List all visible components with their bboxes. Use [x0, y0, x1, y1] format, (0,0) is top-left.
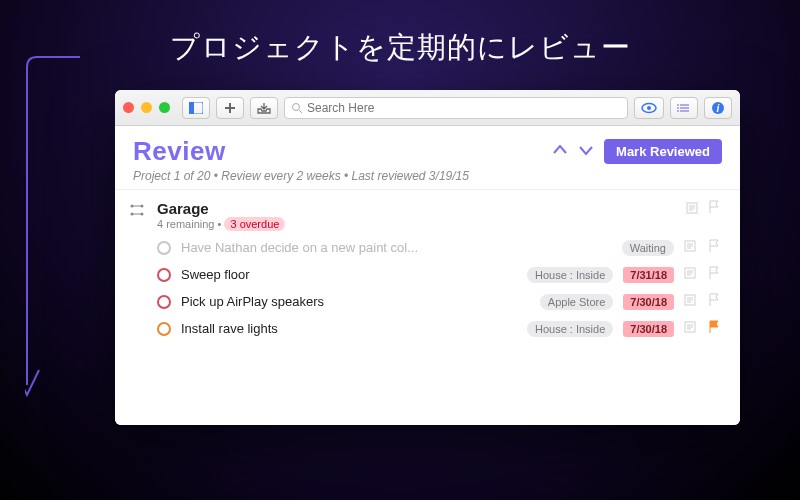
- task-title: Install rave lights: [181, 321, 517, 336]
- flag-icon[interactable]: [708, 293, 722, 310]
- minimize-icon[interactable]: [141, 102, 152, 113]
- note-icon[interactable]: [684, 321, 698, 336]
- task-row[interactable]: Install rave lightsHouse : Inside7/30/18: [115, 315, 740, 342]
- traffic-lights[interactable]: [123, 102, 170, 113]
- list-button[interactable]: [670, 97, 698, 119]
- task-row[interactable]: Pick up AirPlay speakersApple Store7/30/…: [115, 288, 740, 315]
- task-context-tag[interactable]: Apple Store: [540, 294, 613, 310]
- task-row[interactable]: Sweep floorHouse : Inside7/31/18: [115, 261, 740, 288]
- search-field[interactable]: [284, 97, 628, 119]
- project-subtitle: 4 remaining • 3 overdue: [157, 218, 686, 230]
- task-title: Pick up AirPlay speakers: [181, 294, 530, 309]
- review-subtitle: Project 1 of 20 • Review every 2 weeks •…: [133, 169, 722, 183]
- flag-icon[interactable]: [708, 200, 722, 218]
- task-due-badge: 7/30/18: [623, 294, 674, 310]
- svg-rect-1: [189, 102, 194, 114]
- zoom-icon[interactable]: [159, 102, 170, 113]
- add-button[interactable]: [216, 97, 244, 119]
- flag-icon[interactable]: [708, 239, 722, 256]
- search-icon: [291, 102, 303, 114]
- view-button[interactable]: [634, 97, 664, 119]
- task-status-circle[interactable]: [157, 295, 171, 309]
- task-context-tag[interactable]: House : Inside: [527, 321, 613, 337]
- search-input[interactable]: [307, 101, 621, 115]
- svg-point-4: [647, 106, 651, 110]
- task-due-badge: 7/31/18: [623, 267, 674, 283]
- svg-text:i: i: [717, 103, 720, 114]
- sidebar-toggle-button[interactable]: [182, 97, 210, 119]
- note-icon[interactable]: [684, 240, 698, 255]
- decor-arrow: [25, 55, 85, 405]
- inspector-button[interactable]: i: [704, 97, 732, 119]
- task-title: Have Nathan decide on a new paint col...: [181, 240, 612, 255]
- project-name: Garage: [157, 200, 686, 217]
- note-icon[interactable]: [686, 200, 700, 218]
- project-type-icon: [129, 202, 149, 222]
- svg-point-7: [677, 110, 679, 112]
- page-title: Review: [133, 136, 226, 167]
- prev-project-button[interactable]: [552, 143, 568, 161]
- task-title: Sweep floor: [181, 267, 517, 282]
- app-window: i Review Mark Reviewed Project 1 of 20 •…: [115, 90, 740, 425]
- task-status-circle[interactable]: [157, 322, 171, 336]
- inbox-button[interactable]: [250, 97, 278, 119]
- svg-point-5: [677, 104, 679, 106]
- next-project-button[interactable]: [578, 143, 594, 161]
- flag-icon[interactable]: [708, 266, 722, 283]
- task-status-circle[interactable]: [157, 268, 171, 282]
- mark-reviewed-button[interactable]: Mark Reviewed: [604, 139, 722, 164]
- project-header[interactable]: Garage 4 remaining • 3 overdue: [115, 189, 740, 234]
- window-toolbar: i: [115, 90, 740, 126]
- task-context-tag[interactable]: House : Inside: [527, 267, 613, 283]
- flag-icon[interactable]: [708, 320, 722, 337]
- svg-point-2: [293, 103, 300, 110]
- note-icon[interactable]: [684, 294, 698, 309]
- task-status-circle[interactable]: [157, 241, 171, 255]
- svg-point-6: [677, 107, 679, 109]
- task-due-badge: 7/30/18: [623, 321, 674, 337]
- project-list: Garage 4 remaining • 3 overdue Have Nath…: [115, 189, 740, 425]
- note-icon[interactable]: [684, 267, 698, 282]
- task-context-tag[interactable]: Waiting: [622, 240, 674, 256]
- review-header: Review Mark Reviewed Project 1 of 20 • R…: [115, 126, 740, 189]
- overdue-badge: 3 overdue: [224, 217, 285, 231]
- close-icon[interactable]: [123, 102, 134, 113]
- task-row[interactable]: Have Nathan decide on a new paint col...…: [115, 234, 740, 261]
- page-headline: プロジェクトを定期的にレビュー: [170, 28, 631, 68]
